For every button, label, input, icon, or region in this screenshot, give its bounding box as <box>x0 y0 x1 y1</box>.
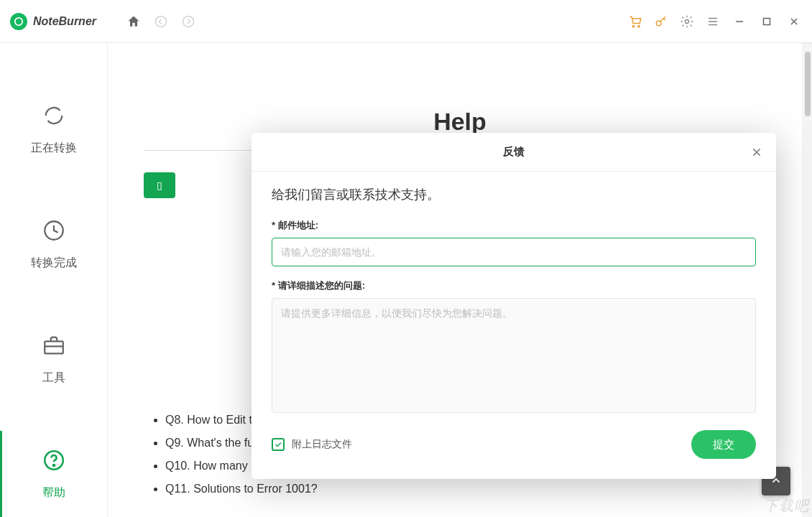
sidebar-item-help[interactable]: 帮助 <box>0 416 107 517</box>
sidebar-item-label: 正在转换 <box>31 141 77 156</box>
svg-point-3 <box>632 25 635 27</box>
modal-title: 反馈 <box>503 145 525 159</box>
vertical-scrollbar[interactable] <box>802 43 812 517</box>
svg-rect-9 <box>45 341 63 353</box>
email-input[interactable] <box>272 238 756 266</box>
nav-controls <box>108 11 198 32</box>
sidebar-item-label: 转换完成 <box>31 256 77 271</box>
home-icon[interactable] <box>124 11 144 32</box>
maximize-button[interactable] <box>755 10 779 33</box>
clock-icon <box>42 218 66 246</box>
attach-log-label: 附上日志文件 <box>292 438 352 451</box>
modal-body: 给我们留言或联系技术支持。 * 邮件地址: * 请详细描述您的问题: 附上日志文… <box>252 172 776 479</box>
attach-log-checkbox[interactable] <box>272 438 285 451</box>
modal-header: 反馈 <box>252 133 776 172</box>
close-button[interactable] <box>782 10 806 33</box>
sidebar-item-converting[interactable]: 正在转换 <box>0 72 107 187</box>
sidebar: 正在转换 转换完成 工具 帮助 <box>0 43 108 517</box>
svg-point-0 <box>15 17 23 25</box>
sidebar-item-label: 帮助 <box>42 485 65 500</box>
description-label: * 请详细描述您的问题: <box>272 279 756 292</box>
brand-logo-icon <box>10 13 27 30</box>
svg-rect-7 <box>764 18 770 24</box>
titlebar-right <box>624 10 812 33</box>
svg-point-6 <box>686 19 689 23</box>
page-title: Help <box>122 108 798 136</box>
cart-icon[interactable] <box>624 10 647 33</box>
toolbox-icon <box>42 333 66 360</box>
sidebar-item-completed[interactable]: 转换完成 <box>0 187 107 302</box>
svg-point-4 <box>638 25 640 27</box>
gear-icon[interactable] <box>675 10 698 33</box>
brand: NoteBurner <box>0 13 108 30</box>
titlebar: NoteBurner <box>0 0 812 43</box>
menu-icon[interactable] <box>701 10 724 33</box>
description-textarea[interactable] <box>272 298 756 413</box>
sidebar-item-tools[interactable]: 工具 <box>0 302 107 416</box>
main-area: Help ▯ Q8. How to Edit the Tags of the M… <box>108 43 812 517</box>
svg-point-5 <box>656 21 661 26</box>
sidebar-item-label: 工具 <box>42 371 65 386</box>
minimize-button[interactable] <box>727 10 752 33</box>
submit-button[interactable]: 提交 <box>691 430 756 459</box>
svg-point-2 <box>183 16 194 27</box>
help-action-button[interactable]: ▯ <box>144 172 175 198</box>
feedback-modal: 反馈 给我们留言或联系技术支持。 * 邮件地址: * 请详细描述您的问题: <box>252 133 776 479</box>
modal-footer: 附上日志文件 提交 <box>272 430 756 459</box>
help-icon <box>42 448 66 475</box>
svg-point-11 <box>52 464 54 465</box>
forward-icon[interactable] <box>178 11 198 32</box>
back-icon[interactable] <box>151 11 171 32</box>
refresh-icon <box>42 103 66 131</box>
key-icon[interactable] <box>650 10 673 33</box>
app-body: 正在转换 转换完成 工具 帮助 <box>0 43 812 517</box>
brand-name: NoteBurner <box>33 15 96 28</box>
email-label: * 邮件地址: <box>272 219 756 232</box>
app-window: NoteBurner <box>0 0 812 517</box>
faq-item[interactable]: Q11. Solutions to Error 1001? <box>165 483 776 495</box>
modal-subtitle: 给我们留言或联系技术支持。 <box>272 186 756 203</box>
scrollbar-thumb[interactable] <box>805 52 811 116</box>
close-icon[interactable] <box>747 143 766 162</box>
svg-point-1 <box>156 16 167 27</box>
